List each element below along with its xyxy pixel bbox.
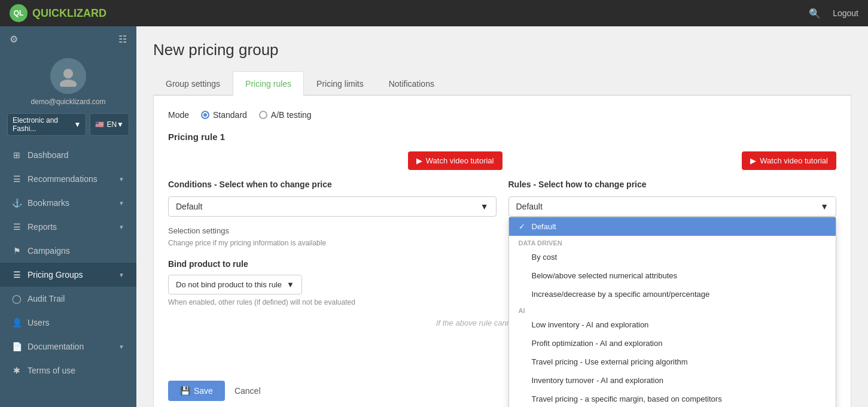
dropdown-item-low-inventory[interactable]: Low inventory - AI and exploration — [509, 315, 836, 334]
sidebar-item-bookmarks[interactable]: ⚓ Bookmarks ▼ — [0, 191, 136, 215]
selection-settings-label: Selection settings — [168, 226, 497, 235]
youtube-icon: ▶ — [416, 156, 422, 165]
svg-point-0 — [63, 69, 73, 78]
content-area: New pricing group Group settings Pricing… — [136, 26, 868, 407]
sidebar-header: ⚙ ☷ — [0, 26, 136, 52]
bind-product-value: Do not bind product to this rule — [176, 280, 282, 289]
tabs: Group settings Pricing rules Pricing lim… — [153, 71, 851, 96]
rules-chevron: ▼ — [820, 202, 829, 211]
pricing-groups-icon: ☰ — [12, 270, 22, 280]
sidebar-item-label: Recommendations — [28, 174, 98, 184]
logo: QL QUICKLIZARD — [10, 4, 106, 22]
mode-standard-label: Standard — [213, 110, 247, 120]
sidebar-item-terms-of-use[interactable]: ✱ Terms of use — [0, 359, 136, 382]
pricing-rule-heading: Pricing rule 1 — [168, 132, 836, 142]
sidebar-item-recommendations[interactable]: ☰ Recommendations ▼ — [0, 167, 136, 191]
main-layout: ⚙ ☷ demo@quicklizard.com Electronic and … — [0, 26, 868, 407]
rules-title: Rules - Select how to change price — [508, 180, 837, 189]
mode-option-ab-testing[interactable]: A/B testing — [259, 110, 312, 120]
chevron-icon: ▼ — [118, 224, 124, 230]
logout-button[interactable]: Logout — [833, 8, 858, 18]
card-icon[interactable]: ☷ — [118, 34, 127, 45]
rules-dropdown-menu: ✓ Default Data Driven By cost — [508, 217, 837, 407]
dropdown-item-travel-pricing-margin[interactable]: Travel pricing - a specific margin, base… — [509, 390, 836, 407]
sidebar: ⚙ ☷ demo@quicklizard.com Electronic and … — [0, 26, 136, 407]
mode-label: Mode — [168, 110, 189, 120]
watch-video-right-label: Watch video tutorial — [760, 156, 828, 165]
cancel-button[interactable]: Cancel — [234, 386, 261, 396]
watch-video-right-btn[interactable]: ▶ Watch video tutorial — [742, 151, 836, 170]
selection-help-text: Change price if my pricing information i… — [168, 239, 497, 247]
save-button[interactable]: 💾 Save — [168, 381, 225, 401]
sidebar-header-icons: ⚙ — [10, 34, 18, 45]
reports-icon: ☰ — [12, 222, 22, 232]
sidebar-user: demo@quicklizard.com — [0, 52, 136, 113]
campaigns-icon: ⚑ — [12, 246, 22, 256]
panel: Mode Standard A/B testing Pricing rule 1 — [153, 96, 851, 407]
dropdown-item-default[interactable]: ✓ Default — [509, 217, 836, 236]
conditions-chevron: ▼ — [480, 202, 489, 211]
dashboard-icon: ⊞ — [12, 150, 22, 160]
user-email: demo@quicklizard.com — [31, 98, 106, 106]
logo-text: QUICKLIZARD — [32, 7, 106, 20]
chevron-icon: ▼ — [118, 272, 124, 278]
checkmark-icon: ✓ — [519, 222, 527, 231]
sidebar-nav: ⊞ Dashboard ☰ Recommendations ▼ ⚓ Bookma… — [0, 143, 136, 407]
svg-point-1 — [60, 80, 77, 87]
mode-ab-label: A/B testing — [271, 110, 312, 120]
search-icon[interactable]: 🔍 — [809, 8, 821, 19]
sidebar-item-label: Audit Trail — [28, 294, 65, 303]
chevron-icon: ▼ — [118, 344, 124, 350]
tab-group-settings[interactable]: Group settings — [153, 71, 233, 96]
dropdown-item-increase-decrease[interactable]: Increase/decrease by a specific amount/p… — [509, 285, 836, 303]
sidebar-item-audit-trail[interactable]: ◯ Audit Trail — [0, 287, 136, 311]
rules-column: Rules - Select how to change price Defau… — [508, 180, 837, 247]
mode-row: Mode Standard A/B testing — [168, 110, 836, 120]
mode-option-standard[interactable]: Standard — [201, 110, 247, 120]
top-nav-right: 🔍 Logout — [809, 8, 858, 19]
sidebar-item-label: Bookmarks — [28, 198, 69, 208]
dropdown-item-inventory-turnover[interactable]: Inventory turnover - AI and exploration — [509, 371, 836, 390]
save-icon: 💾 — [180, 386, 190, 396]
bookmarks-icon: ⚓ — [12, 198, 22, 208]
sidebar-item-label: Campaigns — [28, 246, 70, 256]
sidebar-item-pricing-groups[interactable]: ☰ Pricing Groups ▼ — [0, 263, 136, 287]
documentation-icon: 📄 — [12, 342, 22, 351]
dropdown-item-below-above-numerical[interactable]: Below/above selected numerical attribute… — [509, 266, 836, 285]
settings-icon[interactable]: ⚙ — [10, 34, 18, 45]
sidebar-item-label: Reports — [28, 222, 57, 232]
conditions-select[interactable]: Default ▼ — [168, 196, 497, 217]
dropdown-item-profit-optimization[interactable]: Profit optimization - AI and exploration — [509, 334, 836, 353]
recommendations-icon: ☰ — [12, 174, 22, 184]
sidebar-item-documentation[interactable]: 📄 Documentation ▼ — [0, 335, 136, 359]
sidebar-item-dashboard[interactable]: ⊞ Dashboard — [0, 143, 136, 167]
rules-select[interactable]: Default ▼ — [508, 196, 837, 217]
sidebar-item-label: Pricing Groups — [28, 270, 83, 280]
conditions-value: Default — [176, 202, 202, 211]
avatar — [50, 58, 86, 94]
dropdown-item-by-cost[interactable]: By cost — [509, 248, 836, 266]
watch-video-left-btn[interactable]: ▶ Watch video tutorial — [408, 151, 502, 170]
two-column-section: Conditions - Select when to change price… — [168, 180, 836, 247]
sidebar-item-campaigns[interactable]: ⚑ Campaigns — [0, 239, 136, 263]
sidebar-item-label: Dashboard — [28, 150, 69, 160]
bind-product-select[interactable]: Do not bind product to this rule ▼ — [168, 275, 302, 294]
audit-trail-icon: ◯ — [12, 294, 22, 303]
terms-icon: ✱ — [12, 366, 22, 375]
tab-notifications[interactable]: Notifications — [376, 71, 447, 96]
sidebar-item-label: Users — [28, 318, 50, 327]
tab-pricing-rules[interactable]: Pricing rules — [233, 71, 304, 96]
radio-standard — [201, 111, 209, 119]
chevron-icon: ▼ — [118, 176, 124, 183]
rules-dropdown-container: Default ▼ ✓ Default Data Driven — [508, 196, 837, 217]
bind-chevron-icon: ▼ — [287, 280, 294, 289]
dropdown-group-data-driven: Data Driven — [509, 236, 836, 248]
sidebar-item-users[interactable]: 👤 Users — [0, 311, 136, 335]
store-selector[interactable]: Electronic and Fashi... ▼ — [7, 113, 86, 136]
language-selector[interactable]: 🇺🇸 EN ▼ — [90, 113, 129, 136]
tab-pricing-limits[interactable]: Pricing limits — [304, 71, 376, 96]
radio-ab-testing — [259, 111, 267, 119]
video-btns-row: ▶ Watch video tutorial ▶ Watch video tut… — [168, 151, 836, 170]
sidebar-item-reports[interactable]: ☰ Reports ▼ — [0, 215, 136, 239]
dropdown-item-travel-pricing-external[interactable]: Travel pricing - Use external pricing al… — [509, 353, 836, 371]
